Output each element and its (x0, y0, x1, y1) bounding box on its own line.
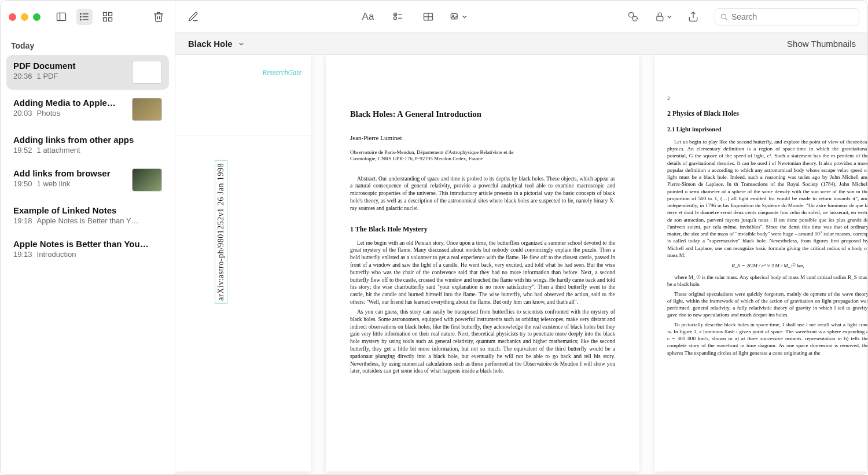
svg-point-28 (721, 14, 726, 19)
search-icon (720, 13, 728, 21)
note-item-title: Apple Notes is Better than You… (13, 239, 162, 249)
svg-rect-0 (57, 13, 66, 20)
section-label-today: Today (1, 33, 175, 55)
note-item[interactable]: Adding Media to Apple…20:03Photos (6, 92, 169, 127)
note-title-dropdown[interactable]: Black Hole (188, 39, 245, 49)
checklist-icon[interactable] (389, 8, 407, 25)
note-item[interactable]: Adding links from other apps19:521 attac… (6, 129, 169, 160)
list-view-icon[interactable] (76, 9, 93, 25)
note-thumbnail (132, 98, 162, 121)
pdf-page-1: ResearchGate arXiv:astro-ph/9801252v1 26… (175, 55, 311, 472)
section-2-1-heading: 2.1 Light imprisoned (667, 126, 868, 132)
window-controls[interactable] (9, 13, 41, 21)
svg-point-15 (394, 17, 397, 20)
note-item-title: PDF Document (13, 61, 126, 71)
paragraph: To pictorially describe black holes in s… (667, 321, 868, 356)
pdf-page-3: 2 2 Physics of Black Holes 2.1 Light imp… (654, 55, 868, 472)
note-title-text: Black Hole (188, 39, 233, 49)
svg-line-29 (726, 18, 727, 20)
note-item-sub: 20:361 PDF (13, 72, 126, 80)
link-icon[interactable] (624, 8, 642, 25)
toggle-sidebar-icon[interactable] (53, 9, 69, 25)
svg-rect-9 (109, 13, 112, 16)
svg-rect-8 (104, 13, 107, 16)
svg-point-21 (629, 12, 634, 17)
paragraph: Let me begin with an old Persian story. … (350, 240, 615, 306)
equation: R_S = 2GM / c² ≈ 3 M / M_☉ km, (667, 262, 868, 269)
chevron-down-icon (237, 40, 245, 48)
note-item-title: Adding links from other apps (13, 135, 162, 145)
note-item-title: Example of Linked Notes (13, 205, 162, 215)
pdf-viewport[interactable]: ResearchGate arXiv:astro-ph/9801252v1 26… (175, 55, 868, 474)
note-item-sub: 19:501 web link (13, 179, 126, 188)
format-icon[interactable]: Aa (359, 8, 377, 25)
svg-rect-10 (104, 18, 107, 21)
new-note-icon[interactable] (185, 8, 202, 25)
section-2-heading: 2 Physics of Black Holes (667, 109, 868, 118)
table-icon[interactable] (420, 8, 437, 25)
paper-author: Jean-Pierre Luminet (350, 134, 615, 141)
note-item-title: Add links from browser (13, 168, 126, 178)
source-label: ResearchGate (262, 68, 301, 77)
svg-point-7 (80, 19, 82, 20)
note-item[interactable]: Add links from browser19:501 web link (6, 163, 169, 197)
paper-affiliation: Observatoire de Paris-Meudon, Départemen… (350, 149, 615, 163)
arxiv-id: arXiv:astro-ph/9801252v1 26 Jan 1998 (215, 160, 227, 304)
grid-view-icon[interactable] (100, 9, 116, 25)
svg-point-6 (80, 16, 82, 17)
lock-icon[interactable] (654, 8, 672, 25)
paragraph: where M_☉ is the solar mass. Any spheric… (667, 274, 868, 288)
search-input[interactable] (731, 12, 854, 21)
paragraph: Let us begin to play like the second but… (667, 138, 868, 259)
note-item[interactable]: PDF Document20:361 PDF (6, 55, 169, 90)
paper-title: Black Holes: A General Introduction (350, 109, 615, 119)
delete-icon[interactable] (150, 9, 167, 25)
close-window-button[interactable] (9, 13, 16, 21)
paragraph: As you can guess, this story can easily … (350, 308, 615, 375)
note-item-title: Adding Media to Apple… (13, 98, 126, 108)
note-item[interactable]: Apple Notes is Better than You…19:13Intr… (6, 233, 169, 264)
note-item-sub: 20:03Photos (13, 109, 126, 117)
minimize-window-button[interactable] (21, 13, 28, 21)
svg-rect-11 (109, 18, 112, 21)
search-field[interactable] (715, 8, 859, 25)
page-number: 2 (667, 95, 868, 101)
note-item-sub: 19:13Introduction (13, 250, 162, 259)
media-icon[interactable] (450, 8, 467, 25)
pdf-page-2: Black Holes: A General Introduction Jean… (326, 55, 639, 472)
show-thumbnails-button[interactable]: Show Thumbnails (787, 39, 856, 49)
note-item-sub: 19:521 attachment (13, 146, 162, 154)
paragraph: These original speculations were quickly… (667, 290, 868, 319)
svg-rect-26 (657, 16, 663, 21)
note-list: PDF Document20:361 PDFAdding Media to Ap… (1, 55, 175, 474)
note-thumbnail (132, 168, 162, 192)
svg-point-5 (80, 13, 82, 14)
share-icon[interactable] (685, 8, 702, 25)
note-item-sub: 19:18Apple Notes is Better than Y… (13, 216, 162, 225)
note-item[interactable]: Example of Linked Notes19:18Apple Notes … (6, 200, 169, 231)
section-1-heading: 1 The Black Hole Mystery (350, 225, 615, 234)
zoom-window-button[interactable] (33, 13, 41, 21)
note-thumbnail (132, 61, 162, 84)
paper-abstract: Abstract. Our understanding of space and… (350, 175, 615, 212)
